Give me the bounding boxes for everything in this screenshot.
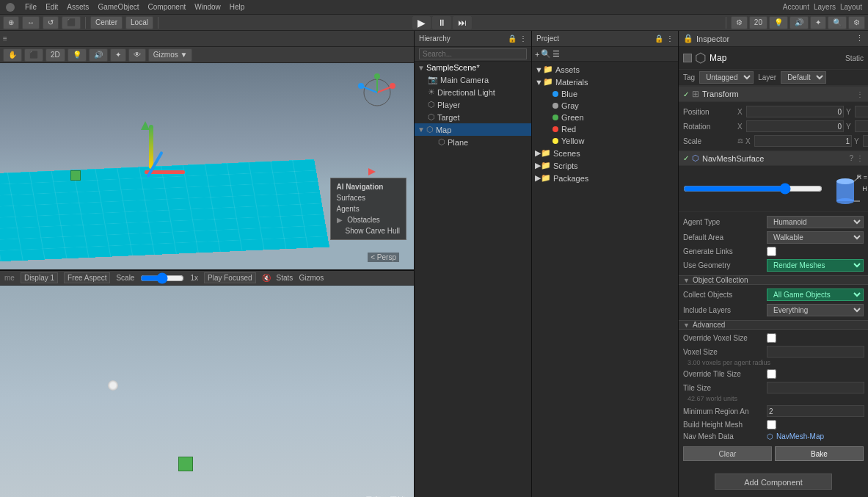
project-yellow-mat[interactable]: Yellow bbox=[550, 135, 678, 147]
hierarchy-item-maincamera[interactable]: 📷 Main Camera bbox=[415, 73, 531, 86]
clear-button[interactable]: Clear bbox=[683, 446, 772, 461]
layers-btn[interactable]: Layers bbox=[814, 3, 836, 11]
hierarchy-item-samplescene[interactable]: ▼ SampleScene* bbox=[415, 62, 531, 73]
proj-search-btn[interactable]: 🔍 bbox=[541, 49, 551, 59]
step-button[interactable]: ⏭ bbox=[453, 16, 472, 29]
project-menu[interactable]: ⋮ bbox=[666, 35, 674, 43]
tag-dropdown[interactable]: Untagged bbox=[699, 71, 754, 84]
stats-btn[interactable]: Stats bbox=[277, 274, 293, 282]
scene-tool-hand[interactable]: ✋ bbox=[3, 48, 22, 62]
aspect-dropdown[interactable]: Free Aspect bbox=[64, 272, 110, 283]
rot-x-input[interactable] bbox=[746, 120, 844, 132]
pos-y-input[interactable]: 0 bbox=[855, 106, 868, 117]
scene-shading[interactable]: ⬛ bbox=[24, 48, 43, 62]
ai-surfaces[interactable]: Surfaces bbox=[337, 192, 400, 203]
project-gray-mat[interactable]: Gray bbox=[550, 100, 678, 112]
gizmo-audio[interactable]: 🔊 bbox=[789, 16, 809, 29]
hierarchy-item-dirlight[interactable]: ☀ Directional Light bbox=[415, 86, 531, 98]
layout-btn[interactable]: Layout bbox=[840, 3, 862, 11]
account-btn[interactable]: Account bbox=[783, 3, 809, 11]
center-toggle[interactable]: Center bbox=[90, 16, 123, 29]
scene-audio2[interactable]: 🔊 bbox=[89, 48, 108, 62]
ai-obstacles[interactable]: ▶ Obstacles bbox=[337, 214, 400, 225]
use-geometry-dropdown[interactable]: Render Meshes bbox=[767, 259, 864, 272]
default-area-dropdown[interactable]: Walkable bbox=[767, 231, 864, 244]
sc-x-input[interactable] bbox=[754, 135, 852, 147]
scene-hidden[interactable]: 👁 bbox=[128, 48, 146, 62]
gizmo-num[interactable]: 20 bbox=[749, 16, 767, 29]
transform-tool-scale[interactable]: ⬛ bbox=[62, 16, 81, 29]
hierarchy-item-plane[interactable]: ⬡ Plane bbox=[415, 136, 531, 148]
gizmo-btn-1[interactable]: ⚙ bbox=[731, 16, 748, 29]
gizmo-settings[interactable]: ⚙ bbox=[848, 16, 865, 29]
collect-objects-dropdown[interactable]: All Game Objects bbox=[767, 289, 864, 301]
scale-slider[interactable] bbox=[140, 272, 184, 284]
project-scripts-folder[interactable]: ▶ 📁 Scripts bbox=[532, 159, 678, 172]
scene-viewport[interactable]: < Persp AI Navigation Surfaces Agents ▶ … bbox=[0, 63, 414, 269]
transform-tool-move[interactable]: ⊕ bbox=[3, 16, 19, 29]
menu-gameobject[interactable]: GameObject bbox=[98, 3, 139, 11]
rot-y-input[interactable] bbox=[855, 120, 868, 132]
include-layers-dropdown[interactable]: Everything bbox=[767, 304, 864, 316]
gizmos-game-btn[interactable]: Gizmos bbox=[299, 274, 324, 282]
min-region-input[interactable] bbox=[767, 405, 864, 417]
tile-size-input[interactable]: 256 bbox=[767, 382, 864, 393]
scene-fx2[interactable]: ✦ bbox=[110, 48, 126, 62]
scene-gizmos-btn[interactable]: Gizmos ▼ bbox=[148, 48, 193, 62]
menu-component[interactable]: Component bbox=[148, 3, 186, 11]
inspector-lock-icon[interactable]: 🔒 bbox=[683, 34, 693, 43]
navmesh-enabled-check[interactable]: ✓ bbox=[683, 154, 689, 162]
project-scenes-folder[interactable]: ▶ 📁 Scenes bbox=[532, 147, 678, 159]
play-button[interactable]: ▶ bbox=[412, 16, 431, 29]
navmesh-component-header[interactable]: ✓ ⬡ NavMeshSurface ? ⋮ bbox=[679, 150, 868, 166]
pos-x-input[interactable]: 0 bbox=[746, 106, 844, 117]
gizmo-fx[interactable]: ✦ bbox=[810, 16, 826, 29]
transform-tool-rotate[interactable]: ↺ bbox=[43, 16, 59, 29]
project-red-mat[interactable]: Red bbox=[550, 123, 678, 135]
gizmo-light[interactable]: 💡 bbox=[769, 16, 788, 29]
menu-file[interactable]: File bbox=[25, 3, 37, 11]
object-collection-section[interactable]: ▼ Object Collection bbox=[679, 275, 868, 285]
agent-type-dropdown[interactable]: Humanoid bbox=[767, 216, 864, 228]
override-tile-checkbox[interactable] bbox=[767, 369, 776, 379]
bake-button[interactable]: Bake bbox=[775, 446, 864, 461]
transform-menu-icon[interactable]: ⋮ bbox=[856, 90, 864, 98]
override-voxel-checkbox[interactable] bbox=[767, 333, 776, 343]
pause-button[interactable]: ⏸ bbox=[432, 16, 451, 29]
hierarchy-item-target[interactable]: ⬡ Target bbox=[415, 111, 531, 123]
hierarchy-search-input[interactable] bbox=[419, 48, 527, 59]
hierarchy-menu[interactable]: ⋮ bbox=[519, 35, 527, 43]
project-packages-folder[interactable]: ▶ 📁 Packages bbox=[532, 172, 678, 184]
inspector-menu[interactable]: ⋮ bbox=[856, 34, 864, 43]
project-blue-mat[interactable]: Blue bbox=[550, 88, 678, 100]
ai-agents[interactable]: Agents bbox=[337, 203, 400, 214]
project-materials-folder[interactable]: ▼ 📁 Materials bbox=[532, 76, 678, 88]
menu-window[interactable]: Window bbox=[194, 3, 221, 11]
add-component-button[interactable]: Add Component bbox=[715, 474, 832, 490]
project-green-mat[interactable]: Green bbox=[550, 112, 678, 123]
ai-show-carve[interactable]: Show Carve Hull bbox=[337, 225, 400, 236]
menu-assets[interactable]: Assets bbox=[67, 3, 89, 11]
scene-2d[interactable]: 2D bbox=[45, 48, 65, 62]
build-height-checkbox[interactable] bbox=[767, 420, 776, 429]
hierarchy-lock[interactable]: 🔒 bbox=[508, 35, 517, 43]
sc-y-input[interactable] bbox=[863, 135, 868, 147]
project-assets-root[interactable]: ▼ 📁 Assets bbox=[532, 63, 678, 76]
play-focused-btn[interactable]: Play Focused bbox=[204, 272, 256, 283]
scene-lighting[interactable]: 💡 bbox=[68, 48, 87, 62]
object-enable-checkbox[interactable] bbox=[683, 54, 692, 62]
transform-component-header[interactable]: ✓ ⊞ Transform ⋮ bbox=[679, 86, 868, 102]
transform-enabled-check[interactable]: ✓ bbox=[683, 90, 689, 98]
mute-icon[interactable]: 🔇 bbox=[262, 274, 271, 282]
gizmo-search[interactable]: 🔍 bbox=[828, 16, 847, 29]
proj-filter[interactable]: ☰ bbox=[552, 49, 560, 59]
navmesh-help-icon[interactable]: ? bbox=[849, 154, 853, 162]
local-toggle[interactable]: Local bbox=[125, 16, 153, 29]
agent-radius-slider[interactable] bbox=[683, 184, 823, 194]
transform-tool-translate[interactable]: ↔ bbox=[22, 16, 40, 29]
menu-help[interactable]: Help bbox=[230, 3, 245, 11]
hierarchy-item-map[interactable]: ▼ ⬡ Map bbox=[415, 123, 531, 136]
voxel-size-input[interactable]: 0.1666667 bbox=[767, 346, 864, 358]
hierarchy-item-player[interactable]: ⬡ Player bbox=[415, 98, 531, 111]
display-dropdown[interactable]: Display 1 bbox=[21, 272, 58, 283]
